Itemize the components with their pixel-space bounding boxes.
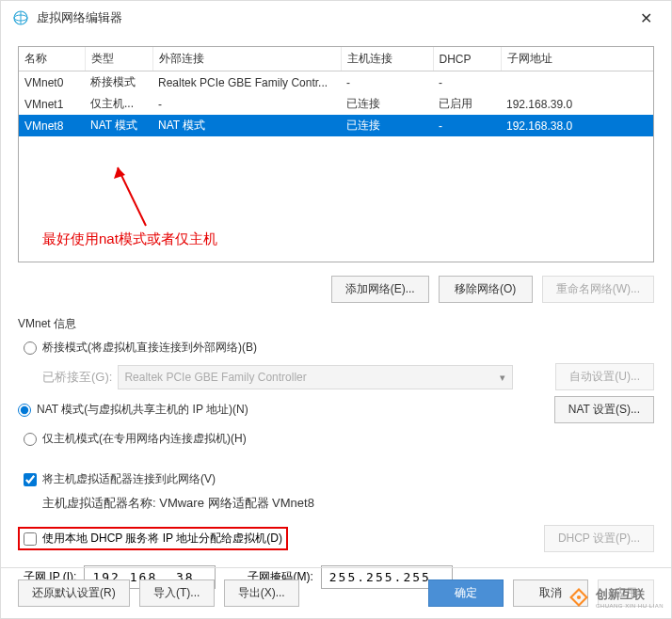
export-button[interactable]: 导出(X)...	[224, 579, 299, 607]
table-header-row: 名称 类型 外部连接 主机连接 DHCP 子网地址	[19, 47, 653, 71]
cell-host: -	[341, 71, 433, 94]
network-table: 名称 类型 外部连接 主机连接 DHCP 子网地址 VMnet0 桥接模式 Re…	[18, 46, 654, 262]
cell-name: VMnet8	[19, 115, 85, 136]
hostonly-label: 仅主机模式(在专用网络内连接虚拟机)(H)	[42, 431, 247, 447]
connect-host-checkbox[interactable]	[24, 473, 37, 486]
svg-line-3	[118, 167, 146, 226]
adapter-name-label: 主机虚拟适配器名称: VMware 网络适配器 VMnet8	[42, 495, 654, 512]
col-ext[interactable]: 外部连接	[152, 47, 341, 71]
add-network-button[interactable]: 添加网络(E)...	[331, 276, 429, 303]
annotation-text: 最好使用nat模式或者仅主机	[42, 230, 217, 248]
restore-defaults-button[interactable]: 还原默认设置(R)	[18, 579, 130, 607]
col-dhcp[interactable]: DHCP	[433, 47, 501, 71]
window-title: 虚拟网络编辑器	[37, 9, 632, 26]
dhcp-settings-button: DHCP 设置(P)...	[544, 525, 654, 552]
connect-host-label: 将主机虚拟适配器连接到此网络(V)	[42, 471, 216, 487]
bridge-adapter-select-wrap: Realtek PCIe GBE Family Controller	[118, 365, 513, 389]
remove-network-button[interactable]: 移除网络(O)	[439, 276, 533, 303]
apply-button: 应用	[598, 579, 654, 607]
dhcp-local-checkbox[interactable]	[24, 532, 37, 546]
cell-type: NAT 模式	[85, 115, 152, 136]
cell-type: 仅主机...	[85, 93, 152, 115]
connect-host-row[interactable]: 将主机虚拟适配器连接到此网络(V)	[24, 471, 654, 487]
table-row[interactable]: VMnet1 仅主机... - 已连接 已启用 192.168.39.0	[19, 93, 653, 115]
cell-name: VMnet1	[19, 93, 85, 115]
nat-settings-button[interactable]: NAT 设置(S)...	[554, 396, 654, 423]
cell-ext: NAT 模式	[152, 115, 341, 136]
close-button[interactable]: ✕	[632, 9, 660, 27]
bridge-radio[interactable]	[24, 341, 37, 355]
dhcp-local-label: 使用本地 DHCP 服务将 IP 地址分配给虚拟机(D)	[42, 531, 282, 547]
vmnet-info-label: VMnet 信息	[18, 316, 654, 332]
bridge-radio-row[interactable]: 桥接模式(将虚拟机直接连接到外部网络)(B)	[24, 340, 654, 356]
cell-name: VMnet0	[19, 71, 85, 94]
table-row[interactable]: VMnet0 桥接模式 Realtek PCIe GBE Family Cont…	[19, 71, 653, 94]
cell-ext: -	[152, 93, 341, 115]
nat-radio[interactable]	[18, 404, 31, 417]
col-name[interactable]: 名称	[19, 47, 85, 71]
bridge-label: 桥接模式(将虚拟机直接连接到外部网络)(B)	[42, 340, 257, 356]
nat-label: NAT 模式(与虚拟机共享主机的 IP 地址)(N)	[37, 402, 248, 418]
table-row-selected[interactable]: VMnet8 NAT 模式 NAT 模式 已连接 - 192.168.38.0	[19, 115, 653, 136]
cell-dhcp: -	[433, 115, 501, 136]
col-subnet[interactable]: 子网地址	[501, 47, 653, 71]
titlebar: 虚拟网络编辑器 ✕	[1, 1, 671, 35]
cell-subnet: 192.168.39.0	[501, 93, 653, 115]
cell-dhcp: -	[433, 71, 501, 94]
hostonly-radio[interactable]	[24, 433, 37, 446]
nat-radio-row[interactable]: NAT 模式(与虚拟机共享主机的 IP 地址)(N)	[18, 402, 248, 418]
rename-network-button: 重命名网络(W)...	[542, 276, 654, 303]
bottom-bar: 还原默认设置(R) 导入(T)... 导出(X)... 确定 取消 应用	[1, 567, 671, 618]
cell-type: 桥接模式	[85, 71, 152, 94]
bridge-adapter-select: Realtek PCIe GBE Family Controller	[118, 365, 513, 389]
hostonly-radio-row[interactable]: 仅主机模式(在专用网络内连接虚拟机)(H)	[24, 431, 654, 447]
cell-subnet: 192.168.38.0	[501, 115, 653, 136]
dhcp-highlight-box: 使用本地 DHCP 服务将 IP 地址分配给虚拟机(D)	[18, 527, 288, 550]
app-icon	[12, 9, 29, 26]
col-host[interactable]: 主机连接	[341, 47, 433, 71]
svg-marker-4	[114, 167, 125, 179]
ok-button[interactable]: 确定	[428, 579, 504, 607]
cell-host: 已连接	[341, 93, 433, 115]
col-type[interactable]: 类型	[85, 47, 152, 71]
import-button[interactable]: 导入(T)...	[139, 579, 215, 607]
bridge-to-label: 已桥接至(G):	[42, 369, 112, 386]
cell-host: 已连接	[341, 115, 433, 136]
cell-dhcp: 已启用	[433, 93, 501, 115]
cell-subnet	[501, 71, 653, 94]
annotation-arrow	[108, 160, 165, 235]
cell-ext: Realtek PCIe GBE Family Contr...	[152, 71, 341, 94]
auto-settings-button: 自动设置(U)...	[555, 363, 654, 390]
cancel-button[interactable]: 取消	[513, 579, 588, 607]
